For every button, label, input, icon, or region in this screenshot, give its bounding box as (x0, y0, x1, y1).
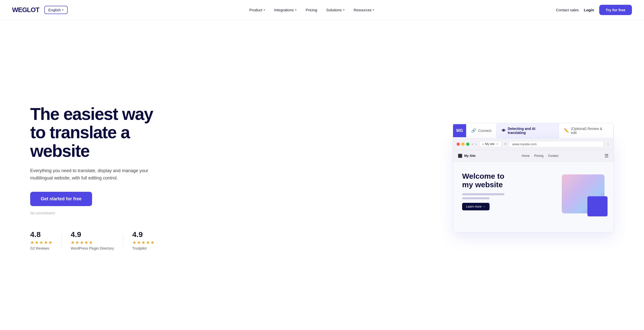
nav-item-resources[interactable]: Resources ▾ (350, 6, 379, 14)
nav-item-label: Integrations (274, 8, 294, 12)
chevron-down-icon: ▾ (343, 8, 345, 12)
star-icon: ★ (137, 240, 141, 245)
site-logo-box (458, 154, 462, 158)
site-learn-more-button[interactable]: Learn more → (462, 203, 490, 210)
new-tab-icon[interactable]: + (504, 142, 506, 146)
nav-item-label: Resources (354, 8, 372, 12)
chevron-down-icon: ▾ (373, 8, 374, 12)
rating-label: G2 Reviews (30, 246, 52, 250)
rating-label: WordPress Plugin Directory (71, 246, 114, 250)
step-review[interactable]: ✏️ (Optional) Review & edit (559, 123, 614, 138)
no-commitment-label: No commitment (30, 211, 176, 215)
star-icon: ★ (84, 240, 88, 245)
lang-label: English (48, 8, 61, 12)
close-dot[interactable] (457, 143, 460, 146)
star-icon: ★ (132, 240, 136, 245)
site-header: My Site Home Pricing Contact ☰ (453, 150, 614, 162)
hero-right: WG 🔗 Connect 👁 Detecting and AI translat… (453, 123, 614, 232)
site-hero-graphic (562, 172, 605, 213)
star-icon: ★ (89, 240, 93, 245)
stars-g2: ★ ★ ★ ★ ★ (30, 240, 52, 245)
site-text-line-2 (462, 197, 490, 199)
rating-divider (61, 234, 62, 247)
hamburger-menu-icon[interactable]: ☰ (605, 153, 609, 159)
minimize-dot[interactable] (461, 143, 465, 146)
star-icon: ★ (146, 240, 150, 245)
star-icon: ★ (141, 240, 145, 245)
navbar-right: Contact sales Login Try for free (556, 5, 632, 15)
step-label: (Optional) Review & edit (571, 127, 608, 135)
star-icon: ★ (39, 240, 43, 245)
cta-container: Get started for free No commitment (30, 192, 176, 215)
rating-wordpress: 4.9 ★ ★ ★ ★ ★ WordPress Plugin Directory (71, 230, 114, 250)
star-icon: ★ (44, 240, 48, 245)
nav-item-product[interactable]: Product ▾ (245, 6, 269, 14)
chevron-down-icon: ▾ (62, 8, 64, 12)
step-label: Connect (478, 129, 491, 133)
contact-sales-link[interactable]: Contact sales (556, 8, 579, 12)
rating-score: 4.8 (30, 230, 52, 239)
site-logo: My Site (458, 154, 476, 158)
site-nav: Home Pricing Contact (522, 154, 558, 158)
maximize-dot[interactable] (466, 143, 469, 146)
rating-divider (123, 234, 123, 247)
rating-g2: 4.8 ★ ★ ★ ★ ★ G2 Reviews (30, 230, 52, 250)
nav-item-integrations[interactable]: Integrations ▾ (270, 6, 301, 14)
star-icon: ★ (80, 240, 84, 245)
pencil-icon: ✏️ (564, 128, 569, 133)
address-text: www.mysite.com (512, 142, 537, 146)
website-content: My Site Home Pricing Contact ☰ Welcome t… (453, 150, 614, 232)
browser-more-icon[interactable]: ⋮ (606, 142, 610, 147)
nav-item-pricing[interactable]: Pricing (302, 6, 321, 14)
browser-traffic-lights (457, 143, 469, 146)
try-free-button[interactable]: Try for free (599, 5, 632, 15)
site-logo-text: My Site (464, 154, 476, 158)
logo: WEGLOT (12, 6, 39, 14)
step-detecting[interactable]: 👁 Detecting and AI translating (497, 123, 559, 138)
browser-chrome: ‹ › ▪ My site ✕ + www.mysite.com ⋮ (453, 138, 614, 150)
site-body: Welcome to my website Learn more → (453, 162, 614, 232)
star-icon: ★ (150, 240, 154, 245)
nav-item-label: Solutions (326, 8, 342, 12)
browser-tab[interactable]: ▪ My site ✕ (479, 141, 502, 147)
site-hero-title: Welcome to my website (462, 172, 504, 189)
site-nav-home[interactable]: Home (522, 154, 530, 158)
browser-nav: ‹ › (472, 142, 477, 146)
nav-item-solutions[interactable]: Solutions ▾ (322, 6, 349, 14)
navbar-left: WEGLOT English ▾ (12, 6, 68, 14)
site-nav-contact[interactable]: Contact (548, 154, 558, 158)
chevron-down-icon: ▾ (295, 8, 297, 12)
rating-trustpilot: 4.9 ★ ★ ★ ★ ★ Trustpilot (132, 230, 154, 250)
hero-title: The easiest way to translate a website (30, 105, 176, 160)
get-started-button[interactable]: Get started for free (30, 192, 92, 206)
star-icon: ★ (48, 240, 52, 245)
site-hero-text: Welcome to my website Learn more → (462, 172, 504, 210)
stars-trustpilot: ★ ★ ★ ★ ★ (132, 240, 154, 245)
star-icon: ★ (35, 240, 39, 245)
link-icon: 🔗 (471, 128, 476, 133)
tab-close-icon[interactable]: ✕ (496, 143, 498, 146)
navbar: WEGLOT English ▾ Product ▾ Integrations … (0, 0, 644, 20)
chevron-down-icon: ▾ (264, 8, 265, 12)
star-icon: ★ (71, 240, 75, 245)
site-text-line-1 (462, 193, 504, 195)
forward-icon[interactable]: › (475, 142, 476, 146)
address-bar[interactable]: www.mysite.com (509, 141, 603, 147)
login-button[interactable]: Login (584, 8, 594, 12)
steps-bar: WG 🔗 Connect 👁 Detecting and AI translat… (453, 123, 614, 138)
step-label: Detecting and AI translating (508, 127, 553, 135)
nav-item-label: Product (249, 8, 262, 12)
weglot-logo-badge: WG (453, 124, 466, 137)
back-icon[interactable]: ‹ (472, 142, 473, 146)
stars-wordpress: ★ ★ ★ ★ ★ (71, 240, 114, 245)
tab-title: My site (485, 142, 495, 146)
nav-item-label: Pricing (306, 8, 317, 12)
gradient-accent-box (587, 196, 608, 216)
hero-section: The easiest way to translate a website E… (0, 20, 644, 330)
site-nav-pricing[interactable]: Pricing (534, 154, 544, 158)
rating-label: Trustpilot (132, 246, 154, 250)
language-selector[interactable]: English ▾ (44, 6, 68, 14)
step-connect[interactable]: 🔗 Connect (466, 125, 497, 136)
rating-score: 4.9 (71, 230, 114, 239)
browser-mockup: ‹ › ▪ My site ✕ + www.mysite.com ⋮ (453, 138, 614, 232)
